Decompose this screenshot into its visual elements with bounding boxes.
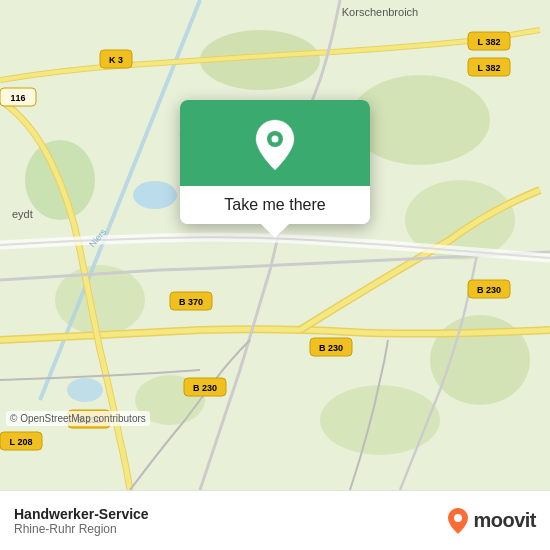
map-container: B 230 B 230 B 230 B 230 L 208 K 3 L 382 … bbox=[0, 0, 550, 490]
svg-text:B 370: B 370 bbox=[179, 297, 203, 307]
place-region: Rhine-Ruhr Region bbox=[14, 522, 149, 536]
svg-point-9 bbox=[133, 181, 177, 209]
svg-text:K 3: K 3 bbox=[109, 55, 123, 65]
place-name: Handwerker-Service bbox=[14, 506, 149, 522]
svg-text:L 208: L 208 bbox=[10, 437, 33, 447]
place-info: Handwerker-Service Rhine-Ruhr Region bbox=[14, 506, 149, 536]
popup-card[interactable]: Take me there bbox=[180, 100, 370, 224]
take-me-there-button[interactable]: Take me there bbox=[180, 186, 370, 224]
svg-point-10 bbox=[67, 378, 103, 402]
moovit-logo: moovit bbox=[447, 507, 536, 535]
location-pin-icon bbox=[253, 118, 297, 172]
svg-text:116: 116 bbox=[10, 93, 25, 103]
svg-text:L 382: L 382 bbox=[478, 37, 501, 47]
svg-text:L 382: L 382 bbox=[478, 63, 501, 73]
svg-point-2 bbox=[350, 75, 490, 165]
svg-point-5 bbox=[320, 385, 440, 455]
svg-point-37 bbox=[454, 514, 462, 522]
svg-text:B 230: B 230 bbox=[319, 343, 343, 353]
svg-text:eydt: eydt bbox=[12, 208, 33, 220]
moovit-brand-text: moovit bbox=[473, 509, 536, 532]
popup-header bbox=[180, 100, 370, 186]
svg-point-36 bbox=[272, 136, 279, 143]
svg-text:Korschenbroich: Korschenbroich bbox=[342, 6, 418, 18]
svg-text:B 230: B 230 bbox=[193, 383, 217, 393]
moovit-pin-icon bbox=[447, 507, 469, 535]
map-attribution: © OpenStreetMap contributors bbox=[6, 411, 150, 426]
bottom-bar: Handwerker-Service Rhine-Ruhr Region moo… bbox=[0, 490, 550, 550]
svg-text:B 230: B 230 bbox=[477, 285, 501, 295]
